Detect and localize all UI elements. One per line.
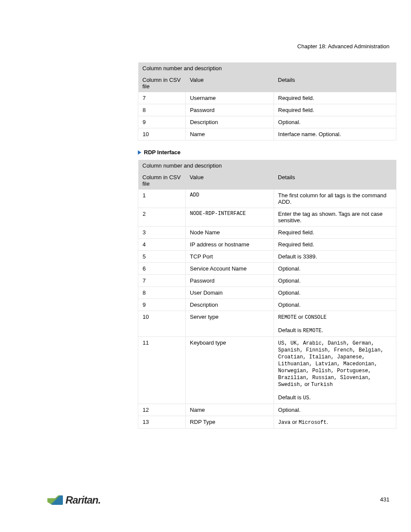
cell-details: Optional. [274, 275, 396, 287]
table2-col1-header: Column in CSV file [138, 171, 186, 190]
cell-col: 8 [138, 287, 186, 299]
cell-value: Node Name [185, 227, 274, 239]
chapter-header: Chapter 18: Advanced Administration [43, 43, 394, 50]
cell-value: IP address or hostname [185, 239, 274, 251]
cell-details: Default is 3389. [274, 251, 396, 263]
cell-value: Password [185, 104, 274, 116]
cell-details: Required field. [274, 92, 396, 104]
table-row: 5TCP PortDefault is 3389. [138, 251, 396, 263]
table2-col3-header: Details [274, 171, 396, 190]
table-2: Column number and description Column in … [138, 160, 396, 429]
cell-details: Interface name. Optional. [274, 128, 396, 140]
cell-col: 11 [138, 337, 186, 404]
table-row: 12NameOptional. [138, 404, 396, 416]
cell-col: 2 [138, 208, 186, 227]
cell-details: Optional. [274, 263, 396, 275]
cell-details: The first column for all tags is the com… [274, 190, 396, 208]
table2-col2-header: Value [185, 171, 274, 190]
section-title: RDP Interface [144, 149, 181, 156]
cell-col: 4 [138, 239, 186, 251]
cell-col: 9 [138, 116, 186, 128]
table-row: 7UsernameRequired field. [138, 92, 396, 104]
cell-details: Required field. [274, 239, 396, 251]
table-row: 13RDP TypeJava or Microsoft. [138, 416, 396, 429]
cell-details: Java or Microsoft. [274, 416, 396, 429]
table-row: 7PasswordOptional. [138, 275, 396, 287]
cell-col: 10 [138, 128, 186, 140]
table-row: 4IP address or hostnameRequired field. [138, 239, 396, 251]
cell-col: 3 [138, 227, 186, 239]
cell-value: ADD [185, 190, 274, 208]
table1-col1-header: Column in CSV file [138, 74, 186, 92]
brand-text: Raritan. [65, 494, 100, 506]
cell-details: Required field. [274, 227, 396, 239]
cell-value: Service Account Name [185, 263, 274, 275]
cell-value: Server type [185, 311, 274, 337]
cell-details: US, UK, Arabic, Danish, German, Spanish,… [274, 337, 396, 404]
cell-col: 7 [138, 92, 186, 104]
page-content: Chapter 18: Advanced Administration Colu… [0, 0, 411, 454]
cell-value: Password [185, 275, 274, 287]
page-number: 431 [380, 496, 389, 503]
table2-group-header: Column number and description [138, 160, 396, 171]
cell-col: 12 [138, 404, 186, 416]
table1-group-header: Column number and description [138, 62, 396, 74]
table-row: 10NameInterface name. Optional. [138, 128, 396, 140]
cell-col: 1 [138, 190, 186, 208]
cell-value: TCP Port [185, 251, 274, 263]
table-row: 3Node NameRequired field. [138, 227, 396, 239]
cell-col: 5 [138, 251, 186, 263]
cell-value: Username [185, 92, 274, 104]
cell-col: 13 [138, 416, 186, 429]
cell-value: Description [185, 299, 274, 311]
cell-details: Optional. [274, 287, 396, 299]
cell-details: Enter the tag as shown. Tags are not cas… [274, 208, 396, 227]
section-heading: RDP Interface [138, 149, 396, 156]
cell-value: Name [185, 128, 274, 140]
cell-col: 10 [138, 311, 186, 337]
cell-value: NODE-RDP-INTERFACE [185, 208, 274, 227]
table-row: 6Service Account NameOptional. [138, 263, 396, 275]
table-row: 9DescriptionOptional. [138, 299, 396, 311]
table-row: 10Server typeREMOTE or CONSOLEDefault is… [138, 311, 396, 337]
table-row: 9DescriptionOptional. [138, 116, 396, 128]
cell-col: 8 [138, 104, 186, 116]
cell-value: Keyboard type [185, 337, 274, 404]
cell-col: 6 [138, 263, 186, 275]
cell-details: Required field. [274, 104, 396, 116]
cell-details: Optional. [274, 116, 396, 128]
cell-col: 9 [138, 299, 186, 311]
table-row: 8User DomainOptional. [138, 287, 396, 299]
cell-value: Name [185, 404, 274, 416]
cell-details: REMOTE or CONSOLEDefault is REMOTE. [274, 311, 396, 337]
table-row: 1ADDThe first column for all tags is the… [138, 190, 396, 208]
cell-col: 7 [138, 275, 186, 287]
table-row: 11Keyboard typeUS, UK, Arabic, Danish, G… [138, 337, 396, 404]
table1-col2-header: Value [185, 74, 274, 92]
cell-details: Optional. [274, 404, 396, 416]
table-row: 2NODE-RDP-INTERFACEEnter the tag as show… [138, 208, 396, 227]
cell-value: Description [185, 116, 274, 128]
cell-value: User Domain [185, 287, 274, 299]
cell-details: Optional. [274, 299, 396, 311]
table1-col3-header: Details [274, 74, 396, 92]
raritan-icon [47, 495, 63, 505]
table-1: Column number and description Column in … [138, 62, 396, 140]
brand-logo: Raritan. [47, 494, 100, 506]
cell-value: RDP Type [185, 416, 274, 429]
table-row: 8PasswordRequired field. [138, 104, 396, 116]
triangle-right-icon [138, 150, 141, 155]
